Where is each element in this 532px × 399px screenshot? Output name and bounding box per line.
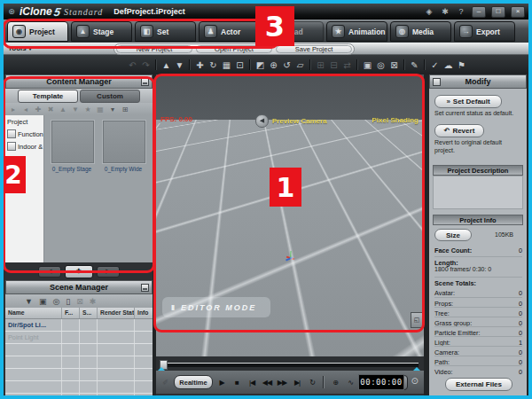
stop-button[interactable]: ■	[231, 379, 243, 387]
move-up-icon[interactable]: ▲	[59, 106, 67, 113]
mixer-icon[interactable]: ✐	[159, 379, 171, 387]
tab-set[interactable]: ◧ Set	[135, 21, 196, 42]
render-quality-icon[interactable]: ◈	[424, 7, 434, 16]
preview-window-icon[interactable]: ▣	[361, 60, 374, 70]
size-button[interactable]: Size	[434, 229, 472, 241]
play-button[interactable]: ▶	[215, 379, 228, 387]
template-thumbnail-empty-stage[interactable]	[51, 121, 94, 163]
tab-custom[interactable]: Custom	[80, 90, 140, 103]
fast-forward-button[interactable]: ▶▶	[276, 379, 288, 387]
save-project-button[interactable]: Save Project	[276, 45, 352, 53]
new-project-button[interactable]: New Project	[116, 45, 192, 53]
camera-prev-icon[interactable]: ◀	[255, 114, 269, 128]
template-thumbnail-empty-wide[interactable]	[103, 121, 145, 163]
select-tool-icon[interactable]: ⊡	[233, 60, 246, 70]
undo-icon[interactable]: ↶	[126, 60, 139, 70]
redo-icon[interactable]: ↷	[139, 60, 153, 70]
mirror-icon[interactable]: ◩	[254, 60, 267, 70]
search-icon[interactable]: ◎	[52, 297, 59, 306]
camera-selector[interactable]: ◀ Preview Camera	[255, 114, 327, 128]
detach-icon[interactable]: ⊟	[327, 60, 340, 70]
viewport-3d[interactable]: FPS: 0.00 ◀ Preview Camera Pixel Shading…	[156, 74, 424, 356]
open-project-button[interactable]: Open Project	[196, 45, 272, 53]
apply-content-button[interactable]: ✚	[65, 265, 93, 278]
go-start-button[interactable]: |◀	[246, 379, 258, 387]
collapse-panel-icon[interactable]	[141, 284, 149, 292]
move-down-icon[interactable]: ▼	[71, 106, 80, 113]
loop-button[interactable]: ↻	[306, 379, 318, 387]
add-content-icon[interactable]: ✚	[34, 106, 43, 113]
dock-panel-icon[interactable]	[433, 78, 441, 86]
render-state-icon[interactable]: ⊠	[76, 297, 83, 306]
column-f[interactable]: F...	[62, 308, 80, 318]
project-description-box[interactable]	[433, 176, 523, 209]
scene-settings-icon[interactable]: ✱	[90, 297, 97, 306]
column-render-state[interactable]: Render State	[98, 308, 135, 318]
flag-icon[interactable]: ⚑	[455, 60, 468, 70]
column-s[interactable]: S...	[80, 308, 98, 318]
tab-template[interactable]: Template	[18, 90, 78, 103]
terrain-paint-icon[interactable]: ☁	[442, 60, 455, 70]
gizmo-scale-icon[interactable]: ▱	[293, 60, 307, 70]
shading-mode-label[interactable]: Pixel Shading	[372, 116, 419, 124]
column-info[interactable]: Info	[135, 308, 153, 318]
attach-icon[interactable]: ⊞	[314, 60, 327, 70]
tab-media[interactable]: ◎ Media	[390, 21, 451, 42]
collapse-panel-icon[interactable]	[141, 78, 149, 86]
help-icon[interactable]: ?	[456, 7, 466, 16]
expand-viewport-button[interactable]: ◱	[411, 312, 423, 328]
view-mode-icon[interactable]: ▾	[108, 106, 117, 113]
rewind-button[interactable]: ◀◀	[261, 379, 273, 387]
back-icon[interactable]: ▸	[9, 106, 18, 113]
go-end-button[interactable]: ▶|	[291, 379, 303, 387]
tools-menu[interactable]: Tools ▾	[8, 44, 32, 52]
tab-project[interactable]: ◉ Project	[7, 21, 68, 42]
realtime-button[interactable]: Realtime	[174, 375, 213, 389]
snap-icon[interactable]: ✓	[428, 60, 442, 70]
rotate-tool-icon[interactable]: ↻	[207, 60, 220, 70]
table-row[interactable]: Point Light	[5, 332, 153, 344]
timeline-track[interactable]	[160, 363, 419, 367]
link-icon[interactable]: ⇄	[340, 60, 354, 70]
external-files-button[interactable]: External Files	[445, 378, 512, 391]
tree-node-function[interactable]: Function	[5, 128, 43, 140]
tab-animation[interactable]: ★ Animation	[326, 21, 387, 42]
forward-icon[interactable]: ◂	[21, 106, 30, 113]
filter-icon[interactable]: ▼	[25, 297, 33, 306]
column-name[interactable]: Name	[5, 308, 62, 318]
gizmo-move-icon[interactable]: ⊕	[267, 60, 280, 70]
tree-expand-box[interactable]	[7, 129, 16, 138]
camera-view-icon[interactable]: ◎	[374, 60, 387, 70]
favorite-icon[interactable]: ★	[83, 106, 92, 113]
layer-down-icon[interactable]: ▼	[173, 60, 186, 70]
table-row[interactable]: Dir/Spot Li...	[5, 319, 153, 332]
tab-actor[interactable]: ♟ Actor	[199, 21, 260, 42]
gizmo-rotate-icon[interactable]: ↺	[280, 60, 293, 70]
room-icon[interactable]: ▯	[66, 297, 70, 306]
prev-item-button[interactable]: ◀	[38, 266, 61, 278]
maximize-button[interactable]: □	[491, 6, 505, 18]
tab-stage[interactable]: ▲ Stage	[71, 21, 132, 42]
tree-node-indoor[interactable]: Indoor &	[5, 140, 43, 153]
timeline-slider[interactable]	[160, 360, 419, 368]
prop-tool-icon[interactable]: ▦	[220, 60, 233, 70]
open-folder-icon[interactable]: ⊞	[121, 106, 129, 113]
tree-expand-box[interactable]	[7, 142, 16, 151]
minimize-button[interactable]: –	[472, 6, 486, 18]
group-icon[interactable]: ▣	[39, 297, 47, 306]
zoom-timeline-icon[interactable]: ⊕	[329, 379, 341, 387]
move-tool-icon[interactable]: ✚	[193, 60, 207, 70]
curve-editor-icon[interactable]: ∿	[344, 379, 356, 387]
revert-button[interactable]: ↶ Revert	[434, 124, 484, 137]
tab-export[interactable]: → Export	[454, 21, 515, 42]
tree-node-project[interactable]: Project	[5, 115, 43, 128]
share-icon[interactable]: ▦	[96, 106, 105, 113]
clock-icon[interactable]: ⊙	[411, 376, 419, 386]
next-item-button[interactable]: ▶	[97, 266, 120, 278]
gear-icon[interactable]: ✱	[440, 7, 450, 16]
delete-content-icon[interactable]: ✖	[46, 106, 55, 113]
fullscreen-icon[interactable]: ⊠	[387, 60, 401, 70]
brush-icon[interactable]: ✎	[408, 60, 421, 70]
close-button[interactable]: ×	[511, 6, 525, 18]
layer-up-icon[interactable]: ▲	[160, 60, 173, 70]
